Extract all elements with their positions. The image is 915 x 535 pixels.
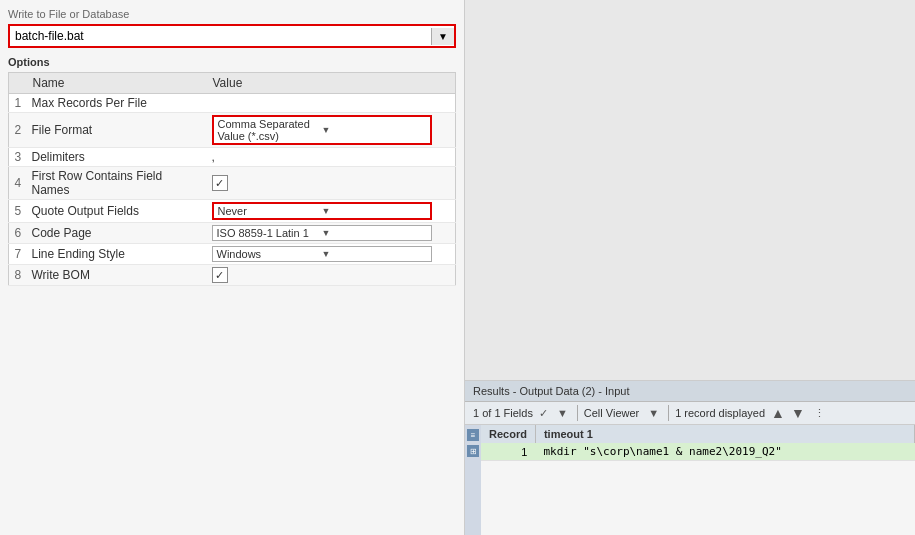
row-value-5[interactable]: Never▼ [207,200,456,223]
cell-viewer-dropdown[interactable]: ▼ [645,406,662,420]
results-table: Record timeout 1 1mkdir "s\corp\name1 & … [481,425,915,535]
results-toolbar: 1 of 1 Fields ✓ ▼ Cell Viewer ▼ 1 record… [465,402,915,425]
record-num: 1 [481,443,535,461]
record-count: 1 record displayed [675,407,765,419]
col-record-header: Record [481,425,535,443]
results-panel: Results - Output Data (2) - Input 1 of 1… [465,380,915,535]
checkbox-4[interactable]: ✓ [212,175,228,191]
results-body: ≡ ⊞ Record timeout 1 1mkdir "s\corp\name… [465,425,915,535]
nav-down-btn[interactable]: ▼ [791,405,805,421]
select-2[interactable]: Comma Separated Value (*.csv)▼ [212,115,432,145]
results-header: Results - Output Data (2) - Input [465,381,915,402]
nav-up-btn[interactable]: ▲ [771,405,785,421]
row-num-7: 7 [9,244,27,265]
options-label: Options [8,56,456,68]
select-7[interactable]: Windows▼ [212,246,432,262]
left-gutter: ≡ ⊞ [465,425,481,535]
select-5[interactable]: Never▼ [212,202,432,220]
row-value-8[interactable]: ✓ [207,265,456,286]
row-name-7: Line Ending Style [27,244,207,265]
section-label: Write to File or Database [8,8,456,20]
row-value-6[interactable]: ISO 8859-1 Latin 1▼ [207,223,456,244]
row-value-7[interactable]: Windows▼ [207,244,456,265]
right-panel: batch-file.bat Results - Output Data (2)… [465,0,915,535]
row-value-4[interactable]: ✓ [207,167,456,200]
row-name-3: Delimiters [27,148,207,167]
file-input[interactable] [10,26,431,46]
record-value: mkdir "s\corp\name1 & name2\2019_Q2" [535,443,914,461]
row-name-2: File Format [27,113,207,148]
table-row[interactable]: 1mkdir "s\corp\name1 & name2\2019_Q2" [481,443,915,461]
select-6[interactable]: ISO 8859-1 Latin 1▼ [212,225,432,241]
row-name-6: Code Page [27,223,207,244]
fields-check-btn[interactable]: ✓ [536,406,551,421]
row-num-8: 8 [9,265,27,286]
cell-viewer-btn[interactable]: Cell Viewer [584,407,639,419]
row-name-8: Write BOM [27,265,207,286]
row-num-6: 6 [9,223,27,244]
row-num-4: 4 [9,167,27,200]
row-name-5: Quote Output Fields [27,200,207,223]
gutter-icon-1: ≡ [467,429,479,441]
fields-badge: 1 of 1 Fields ✓ ▼ [473,406,571,421]
row-value-2[interactable]: Comma Separated Value (*.csv)▼ [207,113,456,148]
canvas-area: batch-file.bat [465,0,915,380]
row-num-1: 1 [9,94,27,113]
col-timeout-header: timeout 1 [535,425,914,443]
file-input-row: ▼ [8,24,456,48]
row-num-3: 3 [9,148,27,167]
row-name-4: First Row Contains Field Names [27,167,207,200]
gutter-icon-2: ⊞ [467,445,479,457]
left-panel: Write to File or Database ▼ Options Name… [0,0,465,535]
row-name-1: Max Records Per File [27,94,207,113]
col-name-header: Name [27,73,207,94]
file-dropdown-btn[interactable]: ▼ [431,28,454,45]
row-num-2: 2 [9,113,27,148]
fields-dropdown-btn[interactable]: ▼ [554,406,571,420]
row-value-3: , [207,148,456,167]
fields-count: 1 of 1 Fields [473,407,533,419]
row-value-1 [207,94,456,113]
toolbar-separator-2 [668,405,669,421]
nav-menu-btn[interactable]: ⋮ [811,406,828,421]
checkbox-8[interactable]: ✓ [212,267,228,283]
toolbar-separator-1 [577,405,578,421]
col-value-header: Value [207,73,456,94]
options-table: Name Value 1Max Records Per File2File Fo… [8,72,456,286]
col-num-header [9,73,27,94]
row-num-5: 5 [9,200,27,223]
